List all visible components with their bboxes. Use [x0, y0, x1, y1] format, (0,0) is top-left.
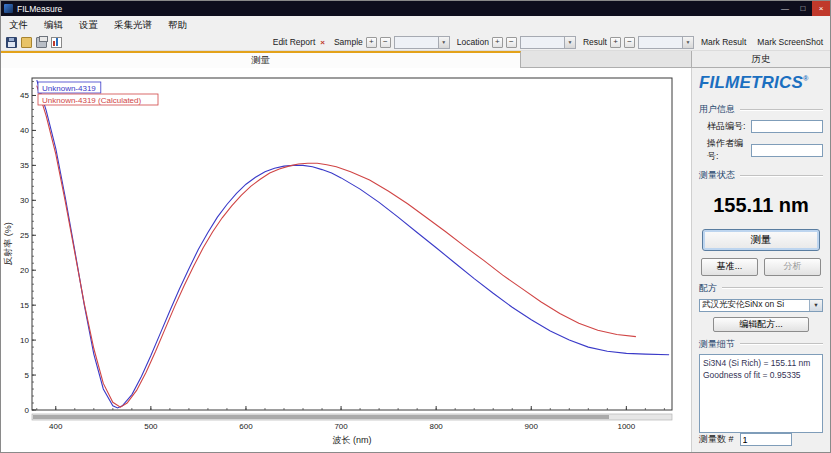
operator-id-input[interactable]	[751, 144, 823, 157]
main-area: 4005006007008009001000051015202530354045…	[1, 68, 830, 452]
result-select[interactable]: ▼	[638, 36, 694, 49]
svg-text:波长 (nm): 波长 (nm)	[333, 435, 372, 445]
baseline-button[interactable]: 基准...	[701, 258, 758, 276]
measurement-details-header: 测量细节	[699, 338, 823, 351]
title-bar: FILMeasure — □ ×	[1, 1, 830, 16]
edit-report-close-icon[interactable]: ×	[320, 38, 325, 47]
svg-text:0: 0	[25, 406, 30, 415]
svg-text:600: 600	[239, 422, 253, 431]
result-remove-button[interactable]: −	[624, 37, 635, 48]
spectrum-view-icon[interactable]	[51, 37, 62, 48]
analyze-button[interactable]: 分析	[764, 258, 821, 276]
menu-edit[interactable]: 编辑	[36, 16, 71, 34]
sample-remove-button[interactable]: −	[380, 37, 391, 48]
svg-text:5: 5	[25, 371, 30, 380]
details-fit-line: Goodness of fit = 0.95335	[703, 369, 819, 381]
window-title: FILMeasure	[17, 4, 62, 14]
svg-text:35: 35	[20, 161, 29, 170]
chevron-down-icon: ▼	[809, 299, 822, 312]
sample-label: Sample	[334, 37, 363, 47]
menu-bar: 文件 编辑 设置 采集光谱 帮助	[1, 16, 830, 34]
recipe-selected-value: 武汉光安伦SiNx on Si	[702, 299, 809, 311]
sample-add-button[interactable]: +	[366, 37, 377, 48]
maximize-button[interactable]: □	[794, 1, 812, 16]
minimize-button[interactable]: —	[776, 1, 794, 16]
svg-text:Unknown-4319: Unknown-4319	[42, 84, 96, 93]
menu-file[interactable]: 文件	[1, 16, 36, 34]
location-add-button[interactable]: +	[492, 37, 503, 48]
edit-recipe-button[interactable]: 编辑配方...	[713, 317, 809, 332]
close-button[interactable]: ×	[812, 1, 830, 16]
menu-help[interactable]: 帮助	[160, 16, 195, 34]
svg-text:500: 500	[144, 422, 158, 431]
measurement-details-box: Si3N4 (Si Rich) = 155.11 nm Goodness of …	[699, 354, 823, 433]
location-label: Location	[457, 37, 489, 47]
chevron-down-icon: ▼	[438, 37, 449, 48]
svg-text:10: 10	[20, 336, 29, 345]
sample-id-label: 样品编号:	[707, 120, 746, 133]
svg-text:40: 40	[20, 126, 29, 135]
chart-panel: 4005006007008009001000051015202530354045…	[1, 68, 691, 452]
menu-settings[interactable]: 设置	[71, 16, 106, 34]
svg-text:20: 20	[20, 266, 29, 275]
report-controls: Edit Report × Sample + − ▼ Location + − …	[273, 36, 827, 49]
svg-text:400: 400	[49, 422, 63, 431]
measurement-status-header: 测量状态	[699, 169, 823, 182]
measure-button[interactable]: 测量	[702, 229, 820, 251]
result-add-button[interactable]: +	[610, 37, 621, 48]
chevron-down-icon: ▼	[564, 37, 575, 48]
svg-text:45: 45	[20, 91, 29, 100]
app-window: FILMeasure — □ × 文件 编辑 设置 采集光谱 帮助 Edit R…	[0, 0, 831, 453]
sample-select[interactable]: ▼	[394, 36, 450, 49]
svg-text:反射率 (%): 反射率 (%)	[3, 222, 13, 266]
mark-screenshot-button[interactable]: Mark ScreenShot	[753, 36, 827, 49]
main-tabs: 测量 历史	[1, 51, 830, 68]
recipe-select[interactable]: 武汉光安伦SiNx on Si ▼	[699, 299, 823, 312]
edit-report-label[interactable]: Edit Report	[273, 37, 316, 47]
measurement-count-label: 测量数 #	[699, 433, 734, 446]
svg-text:15: 15	[20, 301, 29, 310]
svg-text:30: 30	[20, 196, 29, 205]
save-icon[interactable]	[6, 37, 17, 48]
recipe-header: 配方	[699, 282, 823, 295]
location-remove-button[interactable]: −	[506, 37, 517, 48]
spectrum-chart: 4005006007008009001000051015202530354045…	[2, 70, 688, 448]
open-icon[interactable]	[21, 37, 32, 48]
sample-id-input[interactable]	[751, 120, 823, 133]
svg-text:Unknown-4319 (Calculated): Unknown-4319 (Calculated)	[42, 96, 142, 105]
tab-measure[interactable]: 测量	[1, 51, 521, 68]
result-label: Result	[583, 37, 607, 47]
side-panel: FILMETRICS® 用户信息 样品编号: 操作者编号: 测量状态 155.1…	[691, 68, 830, 452]
measurement-count-input[interactable]	[740, 433, 792, 446]
svg-text:800: 800	[429, 422, 443, 431]
svg-text:900: 900	[525, 422, 539, 431]
chevron-down-icon: ▼	[682, 37, 693, 48]
svg-text:25: 25	[20, 231, 29, 240]
tab-history[interactable]: 历史	[691, 51, 830, 67]
print-icon[interactable]	[36, 37, 47, 48]
location-select[interactable]: ▼	[520, 36, 576, 49]
svg-text:700: 700	[334, 422, 348, 431]
details-thickness-line: Si3N4 (Si Rich) = 155.11 nm	[703, 357, 819, 369]
toolbar: Edit Report × Sample + − ▼ Location + − …	[1, 34, 830, 51]
filmetrics-logo: FILMETRICS®	[699, 73, 823, 93]
mark-result-button[interactable]: Mark Result	[697, 36, 750, 49]
operator-id-label: 操作者编号:	[707, 137, 751, 163]
user-info-header: 用户信息	[699, 103, 823, 116]
menu-acquire-spectrum[interactable]: 采集光谱	[106, 16, 160, 34]
svg-text:1000: 1000	[617, 422, 635, 431]
thickness-result-value: 155.11 nm	[699, 194, 823, 217]
app-icon	[4, 4, 13, 13]
